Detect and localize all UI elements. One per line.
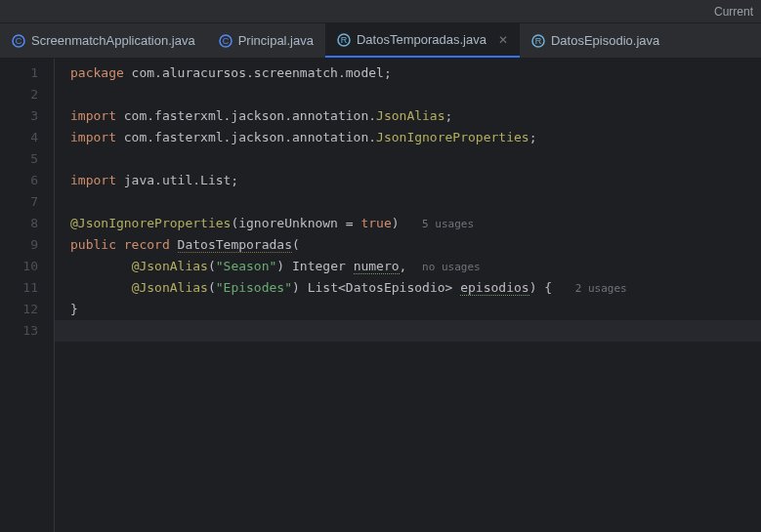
tab-label: ScreenmatchApplication.java bbox=[31, 33, 195, 48]
code-line bbox=[70, 191, 761, 213]
record-icon: R bbox=[531, 34, 545, 48]
line-number: 4 bbox=[0, 127, 38, 148]
line-number: 5 bbox=[0, 148, 38, 170]
tab-label: DatosTemporadas.java bbox=[357, 32, 486, 47]
tab-principal[interactable]: C Principal.java bbox=[207, 23, 325, 58]
top-bar-right: Current bbox=[714, 5, 753, 19]
tab-label: DatosEpisodio.java bbox=[551, 33, 659, 48]
editor-tabs: C ScreenmatchApplication.java C Principa… bbox=[0, 23, 761, 59]
code-line: import com.fasterxml.jackson.annotation.… bbox=[70, 105, 761, 127]
code-line: @JsonAlias("Episodes") List<DatosEpisodi… bbox=[70, 277, 761, 299]
code-editor[interactable]: package com.aluracursos.screenmatch.mode… bbox=[54, 59, 761, 532]
svg-text:C: C bbox=[16, 36, 22, 46]
line-number: 9 bbox=[0, 234, 38, 256]
close-icon[interactable]: ✕ bbox=[498, 33, 508, 47]
tab-datos-episodio[interactable]: R DatosEpisodio.java bbox=[520, 23, 671, 58]
usage-hint[interactable]: no usages bbox=[422, 261, 481, 273]
editor-area: 1 2 3 4 5 6 7 8 9 10 11 12 13 package co… bbox=[0, 59, 761, 532]
code-line bbox=[70, 84, 761, 105]
usage-hint[interactable]: 2 usages bbox=[575, 282, 627, 295]
tab-label: Principal.java bbox=[238, 33, 314, 48]
svg-text:R: R bbox=[535, 36, 542, 46]
line-number: 13 bbox=[0, 320, 38, 342]
usage-hint[interactable]: 5 usages bbox=[422, 218, 474, 230]
code-line: @JsonAlias("Season") Integer numero, no … bbox=[70, 256, 761, 277]
code-line: import java.util.List; bbox=[70, 170, 761, 191]
line-number: 3 bbox=[0, 105, 38, 127]
svg-text:R: R bbox=[341, 35, 348, 45]
line-number: 10 bbox=[0, 256, 38, 277]
line-number: 1 bbox=[0, 62, 38, 84]
code-line: } bbox=[70, 299, 761, 320]
tab-screenmatch-application[interactable]: C ScreenmatchApplication.java bbox=[0, 23, 207, 58]
code-line: public record DatosTemporadas( bbox=[70, 234, 761, 256]
line-number: 6 bbox=[0, 170, 38, 191]
line-number: 12 bbox=[0, 299, 38, 320]
code-line-current bbox=[55, 320, 761, 342]
line-number: 11 bbox=[0, 277, 38, 299]
top-bar: Current bbox=[0, 0, 761, 23]
svg-text:C: C bbox=[222, 36, 229, 46]
line-number: 2 bbox=[0, 84, 38, 105]
line-number-gutter: 1 2 3 4 5 6 7 8 9 10 11 12 13 bbox=[0, 59, 54, 532]
class-icon: C bbox=[219, 34, 233, 48]
record-icon: R bbox=[337, 33, 351, 47]
code-line: @JsonIgnoreProperties(ignoreUnknown = tr… bbox=[70, 213, 761, 234]
line-number: 8 bbox=[0, 213, 38, 234]
code-line: package com.aluracursos.screenmatch.mode… bbox=[70, 62, 761, 84]
tab-datos-temporadas[interactable]: R DatosTemporadas.java ✕ bbox=[325, 23, 520, 58]
code-line bbox=[70, 148, 761, 170]
line-number: 7 bbox=[0, 191, 38, 213]
class-icon: C bbox=[12, 34, 25, 48]
code-line: import com.fasterxml.jackson.annotation.… bbox=[70, 127, 761, 148]
